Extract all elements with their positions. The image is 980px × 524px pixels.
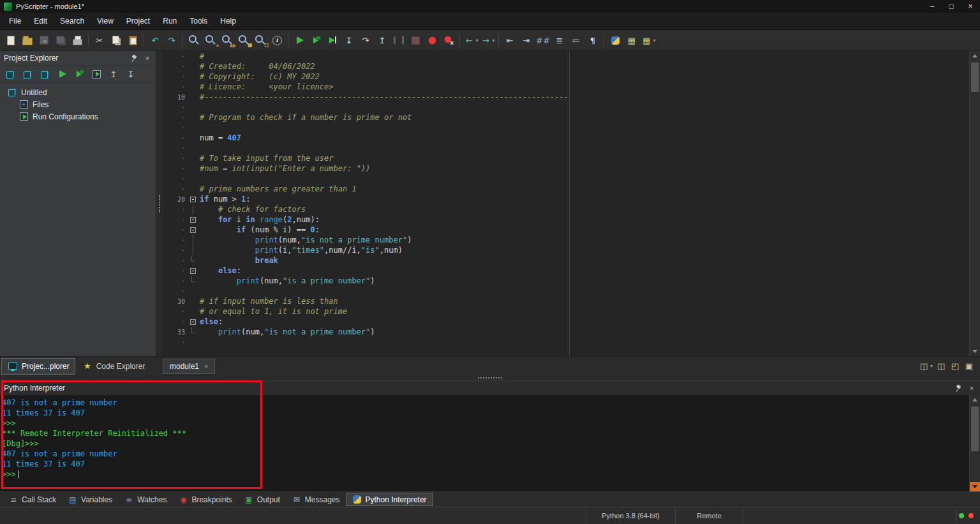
pause-button[interactable] — [391, 33, 406, 48]
scroll-up-button[interactable] — [970, 395, 980, 405]
toggle-breakpoint-button[interactable] — [424, 33, 440, 48]
paste-button[interactable] — [125, 33, 140, 48]
editor-tab-module1[interactable]: module1× — [163, 359, 215, 374]
tab-variables[interactable]: ▤Variables — [62, 493, 118, 506]
tab-projec-plorer[interactable]: Projec...plorer — [1, 358, 75, 375]
project-explorer-close-button[interactable]: × — [143, 54, 152, 63]
debug-button[interactable] — [308, 33, 323, 48]
tree-item-untitled[interactable]: Untitled — [0, 86, 156, 98]
layout-options-button[interactable]: ▦▾ — [641, 33, 656, 48]
interpreter-scroll-thumb[interactable] — [971, 407, 979, 451]
stop-button[interactable] — [408, 33, 423, 48]
tab-code-explorer[interactable]: ★Code Explorer — [77, 359, 151, 374]
fold-marker[interactable] — [188, 194, 197, 204]
undo-button[interactable]: ↶ — [147, 33, 163, 48]
step-out-button[interactable]: ↥ — [375, 33, 390, 48]
vertical-splitter[interactable] — [156, 51, 163, 356]
step-into-button[interactable]: ↧ — [341, 33, 357, 48]
new-project-button[interactable] — [3, 66, 18, 82]
maximize-editor-button[interactable]: ▣ — [963, 361, 975, 372]
toggle-comment-button[interactable]: ## — [535, 33, 551, 48]
find-button[interactable] — [186, 33, 202, 48]
close-button[interactable]: × — [961, 0, 980, 13]
expand-all-button[interactable]: ↧ — [123, 66, 138, 82]
tab-call-stack[interactable]: ≡Call Stack — [3, 493, 62, 506]
code-editor[interactable]: ·#·# Created: 04/06/2022·# Copyright: (c… — [163, 51, 969, 356]
minimize-button[interactable]: – — [923, 0, 942, 13]
run-button[interactable] — [292, 33, 307, 48]
layouts-button[interactable]: ▦ — [624, 33, 639, 48]
find-next-button[interactable]: » — [203, 33, 218, 48]
replace-button[interactable]: ab — [219, 33, 235, 48]
navigate-forward-button[interactable]: →▾ — [480, 33, 495, 48]
maximize-button[interactable]: □ — [942, 0, 961, 13]
highlight-search-button[interactable]: ▢ — [253, 33, 268, 48]
interpreter-pin-button[interactable] — [953, 384, 962, 393]
new-file-button[interactable] — [3, 33, 19, 48]
menu-run[interactable]: Run — [156, 13, 183, 29]
print-button[interactable] — [70, 33, 85, 48]
tab-messages[interactable]: ✉Messages — [286, 493, 346, 506]
special-chars-button[interactable]: ¶ — [585, 33, 600, 48]
interpreter-scrollbar[interactable] — [969, 395, 980, 491]
menu-view[interactable]: View — [91, 13, 120, 29]
horizontal-splitter[interactable] — [0, 375, 980, 380]
editor-scrollbar[interactable] — [969, 51, 980, 356]
debug-project-button[interactable] — [71, 66, 87, 82]
line-numbers-button[interactable]: ≣ — [552, 33, 567, 48]
fold-marker[interactable] — [188, 214, 197, 225]
project-explorer-pin-button[interactable] — [129, 54, 138, 63]
project-run-configuration-button[interactable] — [89, 66, 104, 82]
fold-marker[interactable] — [188, 317, 197, 327]
save-project-button[interactable] — [37, 66, 52, 82]
collapse-all-button[interactable]: ↥ — [106, 66, 121, 82]
syntax-check-button[interactable] — [269, 33, 285, 48]
redo-button[interactable]: ↷ — [164, 33, 179, 48]
cut-button[interactable]: ✂ — [92, 33, 107, 48]
menu-file[interactable]: File — [3, 13, 27, 29]
indent-block-button[interactable]: ⇥ — [519, 33, 534, 48]
copy-button[interactable] — [108, 33, 124, 48]
find-in-files-button[interactable]: ▤ — [236, 33, 251, 48]
scroll-up-button[interactable] — [970, 51, 980, 61]
tree-item-run-configurations[interactable]: Run Configurations — [0, 110, 156, 123]
dedent-block-button[interactable]: ⇤ — [502, 33, 517, 48]
run-to-cursor-button[interactable] — [325, 33, 340, 48]
tab-list-button[interactable]: ◫▾ — [918, 361, 933, 372]
menu-project[interactable]: Project — [120, 13, 156, 29]
editor-scroll-thumb[interactable] — [971, 63, 979, 92]
interpreter-scroll-track[interactable] — [970, 405, 980, 482]
tab-watches[interactable]: ∞Watches — [118, 493, 172, 506]
line-number: · — [163, 227, 188, 234]
tab-output[interactable]: ▣Output — [238, 493, 286, 506]
interpreter-output[interactable]: 407 is not a prime number11 times 37 is … — [0, 395, 969, 491]
detach-editor-button[interactable]: ◰ — [949, 361, 961, 372]
tab-breakpoints[interactable]: ◉Breakpoints — [172, 493, 237, 506]
code-text: # check for factors — [197, 205, 306, 214]
scroll-down-button[interactable] — [970, 347, 980, 356]
save-all-button[interactable] — [53, 33, 68, 48]
clear-breakpoints-button[interactable] — [441, 33, 456, 48]
word-wrap-button[interactable]: ≔ — [568, 33, 584, 48]
scroll-down-button[interactable] — [970, 482, 980, 491]
fold-marker[interactable] — [188, 225, 197, 235]
close-tab-icon[interactable]: × — [204, 363, 208, 370]
tree-item-files[interactable]: Files — [0, 98, 156, 110]
open-project-button[interactable] — [20, 66, 35, 82]
tab-python-interpreter[interactable]: Python Interpreter — [346, 493, 433, 506]
open-file-button[interactable] — [20, 33, 35, 48]
menu-edit[interactable]: Edit — [27, 13, 54, 29]
interpreter-close-button[interactable]: × — [967, 384, 976, 393]
toolbar-separator — [88, 34, 89, 47]
editor-scroll-track[interactable] — [970, 61, 980, 347]
menu-tools[interactable]: Tools — [183, 13, 214, 29]
menu-help[interactable]: Help — [214, 13, 242, 29]
run-project-button[interactable] — [54, 66, 70, 82]
menu-search[interactable]: Search — [54, 13, 91, 29]
fold-marker[interactable] — [188, 266, 197, 276]
navigate-back-button[interactable]: ←▾ — [463, 33, 479, 48]
save-file-button[interactable] — [36, 33, 52, 48]
new-editor-tab-button[interactable]: ◫ — [935, 361, 947, 372]
step-over-button[interactable]: ↷ — [358, 33, 373, 48]
python-versions-button[interactable] — [607, 33, 623, 48]
